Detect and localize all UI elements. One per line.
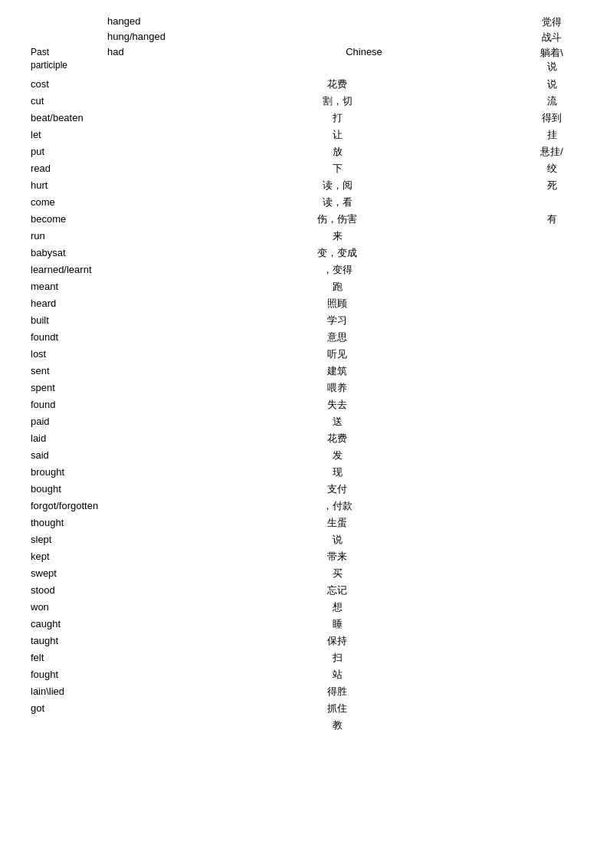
chinese-cell: 抓住 [153,701,521,718]
chinese-cell: 花费 [153,431,521,448]
table-row: slept说 [31,532,582,549]
table-row: heard照顾 [31,296,582,313]
table-row: come读，看 [31,195,582,212]
extra-chinese-cell [521,414,582,431]
chinese-cell: 下 [153,161,521,178]
table-row: built学习 [31,313,582,330]
extra-chinese-cell: 流 [521,94,582,110]
table-row: 教 [31,718,582,735]
chinese-cell: 保持 [153,633,521,650]
chinese-cell: 读，看 [153,195,521,212]
english-cell: learned/learnt [31,262,153,279]
chinese-cell: 发 [153,448,521,465]
extra-chinese-cell: 有 [521,212,582,229]
extra-chinese-cell [521,616,582,633]
table-row: let让挂 [31,127,582,144]
english-cell: beat/beaten [31,110,153,127]
chinese-cell: 睡 [153,616,521,633]
chinese-cell: 带来 [153,549,521,566]
extra-chinese-cell [521,600,582,616]
chinese-cell: 支付 [153,482,521,498]
table-row: found失去 [31,397,582,414]
extra-chinese-cell [521,397,582,414]
english-cell: swept [31,566,153,583]
english-cell: come [31,195,153,212]
english-cell: won [31,600,153,616]
english-cell: heard [31,296,153,313]
table-row: learned/learnt，变得 [31,262,582,279]
table-row: stood忘记 [31,583,582,600]
chinese-cell: 跑 [153,279,521,296]
extra-chinese-cell [521,296,582,313]
chinese-cell: 现 [153,465,521,482]
english-cell: sent [31,363,153,380]
extra-chinese-cell [521,195,582,212]
chinese-cell: 让 [153,127,521,144]
english-cell: run [31,229,153,245]
chinese-cell: 读，阅 [153,178,521,195]
extra-chinese-cell [521,347,582,363]
past-participle-header: Pastparticiple [31,46,107,74]
table-row: said发 [31,448,582,465]
table-row: swept买 [31,566,582,583]
chinese-cell: 失去 [153,397,521,414]
english-cell: meant [31,279,153,296]
english-cell: become [31,212,153,229]
english-cell: lost [31,347,153,363]
table-row: spent喂养 [31,380,582,397]
table-row: laid花费 [31,431,582,448]
english-cell: babysat [31,245,153,262]
had-cell: had [107,46,207,74]
english-cell: fought [31,667,153,684]
english-cell: read [31,161,153,178]
top-chinese-2: 战斗 [521,31,582,44]
table-row: kept带来 [31,549,582,566]
table-row: foundt意思 [31,330,582,347]
english-cell: bought [31,482,153,498]
chinese-cell: 照顾 [153,296,521,313]
chinese-cell: 意思 [153,330,521,347]
english-cell: said [31,448,153,465]
english-cell: built [31,313,153,330]
extra-chinese-cell [521,313,582,330]
table-row: cost花费说 [31,77,582,94]
extra-chinese-cell [521,566,582,583]
table-row: taught保持 [31,633,582,650]
table-row: felt扫 [31,650,582,667]
chinese-cell: 喂养 [153,380,521,397]
extra-chinese-cell: 悬挂/ [521,144,582,161]
chinese-cell: 买 [153,566,521,583]
english-cell: taught [31,633,153,650]
extra-chinese-cell [521,515,582,532]
chinese-cell: 花费 [153,77,521,94]
english-cell: forgot/forgotten [31,498,153,515]
extra-chinese-cell [521,431,582,448]
english-cell: caught [31,616,153,633]
english-cell [31,718,153,735]
chinese-cell: 站 [153,667,521,684]
english-cell: found [31,397,153,414]
extra-chinese-cell [521,650,582,667]
extra-chinese-cell [521,701,582,718]
rows-container: cost花费说cut割，切流beat/beaten打得到let让挂put放悬挂/… [31,77,582,735]
table-row: meant跑 [31,279,582,296]
extra-chinese-cell [521,229,582,245]
english-cell: foundt [31,330,153,347]
chinese-cell: 想 [153,600,521,616]
table-row: brought现 [31,465,582,482]
chinese-cell: 割，切 [153,94,521,110]
chinese-cell: 伤，伤害 [153,212,521,229]
extra-chinese-cell: 绞 [521,161,582,178]
extra-chinese-cell [521,633,582,650]
chinese-cell: 打 [153,110,521,127]
extra-chinese-cell [521,684,582,701]
chinese-cell: 来 [153,229,521,245]
extra-chinese-cell [521,330,582,347]
extra-chinese-cell: 得到 [521,110,582,127]
table-row: run来 [31,229,582,245]
top-english-2: hung/hanged [107,31,207,44]
extra-chinese-cell [521,465,582,482]
chinese-cell: 生蛋 [153,515,521,532]
english-cell: laid [31,431,153,448]
chinese-cell: 扫 [153,650,521,667]
